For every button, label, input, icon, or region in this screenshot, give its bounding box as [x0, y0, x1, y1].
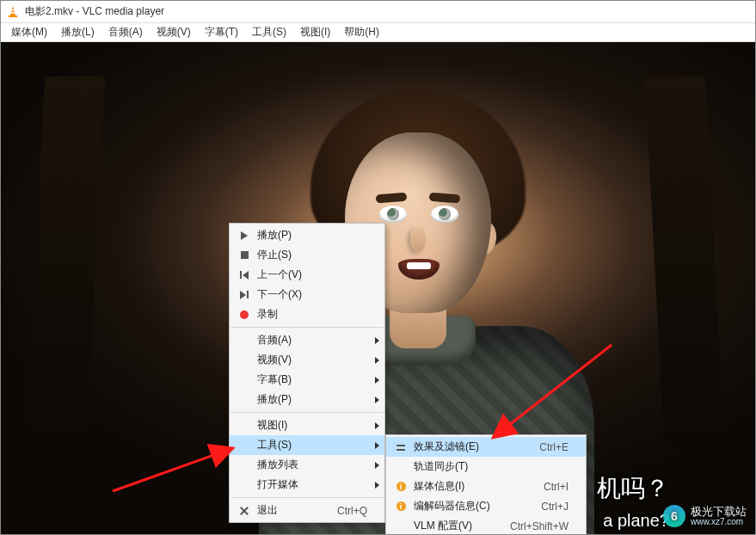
sm-track-sync[interactable]: 轨道同步(T) [386, 457, 586, 477]
chevron-right-icon [375, 337, 379, 344]
menu-view[interactable]: 视图(I) [293, 23, 337, 41]
watermark: 6 极光下载站 www.xz7.com [663, 505, 747, 527]
divider [230, 412, 384, 413]
cm-view[interactable]: 视图(I) [230, 415, 384, 435]
divider [230, 327, 384, 328]
info-icon: i [391, 482, 410, 491]
titlebar: 电影2.mkv - VLC media player [1, 1, 755, 23]
chevron-right-icon [375, 397, 379, 403]
cm-open-media[interactable]: 打开媒体 [230, 475, 384, 495]
subtitle-en: a plane? [603, 511, 669, 531]
previous-icon [235, 271, 254, 280]
watermark-url: www.xz7.com [691, 518, 747, 527]
play-icon [235, 231, 254, 240]
cm-next[interactable]: 下一个(X) [230, 285, 384, 304]
menu-media[interactable]: 媒体(M) [4, 23, 54, 41]
cm-playlist[interactable]: 播放列表 [230, 455, 384, 475]
cm-record[interactable]: 录制 [230, 304, 384, 324]
watermark-logo-icon: 6 [663, 505, 685, 527]
cm-video[interactable]: 视频(V) [230, 350, 384, 370]
menu-video[interactable]: 视频(V) [150, 23, 198, 41]
subtitle-cn: 机吗？ [597, 472, 669, 505]
chevron-right-icon [375, 357, 379, 364]
context-menu[interactable]: 播放(P) 停止(S) 上一个(V) 下一个(X) 录制 音频(A) 视频(V)… [229, 223, 385, 523]
next-icon [235, 291, 254, 299]
sm-media-info[interactable]: i 媒体信息(I) Ctrl+I [386, 477, 586, 496]
menubar: 媒体(M) 播放(L) 音频(A) 视频(V) 字幕(T) 工具(S) 视图(I… [1, 23, 755, 42]
close-icon [235, 507, 254, 515]
sliders-icon [391, 443, 410, 452]
menu-playback[interactable]: 播放(L) [54, 23, 101, 41]
menu-audio[interactable]: 音频(A) [101, 23, 150, 41]
svg-rect-1 [10, 9, 15, 11]
cm-tools[interactable]: 工具(S) [230, 435, 384, 455]
svg-rect-2 [11, 12, 15, 14]
cm-quit[interactable]: 退出 Ctrl+Q [230, 501, 384, 520]
cm-play[interactable]: 播放(P) [230, 225, 384, 245]
chevron-right-icon [375, 462, 379, 469]
chevron-right-icon [375, 422, 379, 429]
menu-help[interactable]: 帮助(H) [337, 23, 386, 41]
sm-vlm-config[interactable]: VLM 配置(V) Ctrl+Shift+W [386, 516, 586, 535]
svg-rect-3 [9, 15, 17, 17]
cm-audio[interactable]: 音频(A) [230, 330, 384, 350]
divider [230, 497, 384, 498]
record-icon [235, 311, 254, 319]
cm-playback[interactable]: 播放(P) [230, 390, 384, 409]
menu-subtitle[interactable]: 字幕(T) [198, 23, 245, 41]
sm-effects-filters[interactable]: 效果及滤镜(E) Ctrl+E [386, 437, 586, 457]
info-icon: i [391, 501, 410, 511]
stop-icon [235, 251, 254, 259]
cm-stop[interactable]: 停止(S) [230, 245, 384, 265]
vlc-cone-icon [6, 5, 20, 19]
chevron-right-icon [375, 482, 379, 489]
cm-subtitle[interactable]: 字幕(B) [230, 370, 384, 390]
window-title: 电影2.mkv - VLC media player [25, 4, 164, 19]
tools-submenu[interactable]: 效果及滤镜(E) Ctrl+E 轨道同步(T) i 媒体信息(I) Ctrl+I… [385, 434, 587, 535]
sm-codec-info[interactable]: i 编解码器信息(C) Ctrl+J [386, 496, 586, 516]
watermark-name: 极光下载站 [691, 506, 747, 518]
menu-tools[interactable]: 工具(S) [245, 23, 293, 41]
chevron-right-icon [375, 377, 379, 384]
chevron-right-icon [375, 442, 379, 449]
cm-prev[interactable]: 上一个(V) [230, 265, 384, 285]
